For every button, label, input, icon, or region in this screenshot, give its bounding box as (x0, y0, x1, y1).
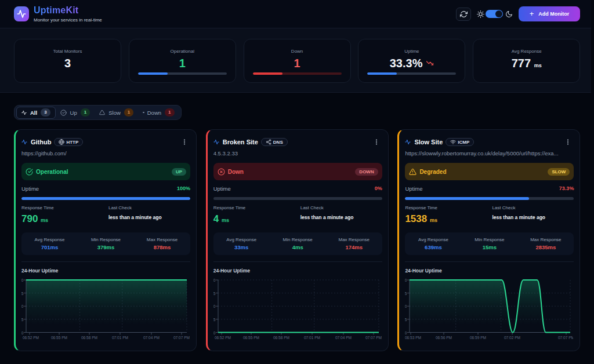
svg-text:07:02 PM: 07:02 PM (504, 336, 520, 340)
svg-text:25: 25 (405, 318, 407, 322)
svg-text:07:07 PM: 07:07 PM (173, 336, 190, 340)
svg-text:75: 75 (405, 292, 407, 296)
svg-text:0: 0 (213, 331, 216, 335)
svg-text:0: 0 (21, 331, 24, 335)
svg-text:06:52 PM: 06:52 PM (23, 336, 39, 340)
svg-text:50: 50 (21, 304, 24, 308)
svg-text:25: 25 (21, 318, 24, 322)
svg-text:07:04 PM: 07:04 PM (143, 336, 160, 340)
svg-text:06:58 PM: 06:58 PM (273, 336, 289, 340)
svg-text:07:04 PM: 07:04 PM (335, 336, 352, 340)
svg-text:0: 0 (405, 331, 407, 335)
svg-text:06:55 PM: 06:55 PM (243, 336, 259, 340)
svg-text:06:53 PM: 06:53 PM (405, 336, 421, 340)
svg-text:07:01 PM: 07:01 PM (112, 336, 128, 340)
svg-text:100: 100 (21, 278, 24, 282)
svg-text:06:52 PM: 06:52 PM (215, 336, 231, 340)
svg-text:50: 50 (405, 304, 407, 308)
svg-text:100: 100 (213, 278, 216, 282)
svg-text:100: 100 (405, 278, 407, 282)
svg-text:07:07 PM: 07:07 PM (365, 336, 382, 340)
svg-text:06:56 PM: 06:56 PM (436, 336, 452, 340)
svg-text:06:59 PM: 06:59 PM (470, 336, 486, 340)
svg-text:07:07 PM: 07:07 PM (558, 336, 573, 340)
svg-text:07:01 PM: 07:01 PM (304, 336, 320, 340)
svg-text:50: 50 (213, 304, 216, 308)
svg-text:06:55 PM: 06:55 PM (51, 336, 67, 340)
svg-text:75: 75 (21, 292, 24, 296)
svg-text:25: 25 (213, 318, 216, 322)
svg-text:06:58 PM: 06:58 PM (81, 336, 97, 340)
svg-text:75: 75 (213, 292, 216, 296)
